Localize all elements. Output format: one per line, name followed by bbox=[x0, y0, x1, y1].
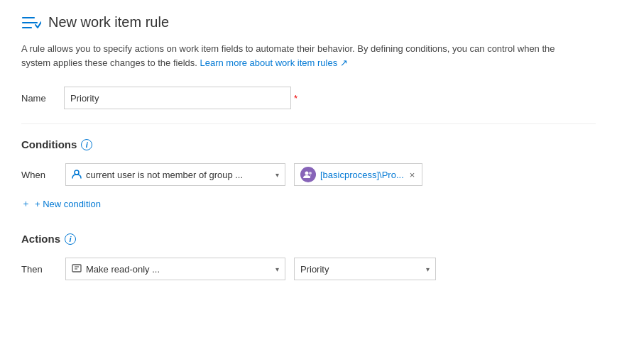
condition-dropdown-text: current user is not member of group ... bbox=[72, 169, 271, 181]
group-chip: [basicprocess]\Pro... × bbox=[294, 163, 422, 186]
readonly-icon bbox=[72, 264, 82, 275]
page-description: A rule allows you to specify actions on … bbox=[21, 42, 596, 70]
when-label: When bbox=[21, 170, 57, 180]
plus-icon: ＋ bbox=[21, 197, 31, 210]
field-dropdown[interactable]: Priority ▾ bbox=[294, 258, 436, 280]
name-input[interactable] bbox=[64, 87, 291, 109]
actions-info-icon[interactable]: i bbox=[65, 233, 76, 245]
actions-section: Actions i Then Make read-only ... ▾ Prio… bbox=[21, 233, 596, 280]
page-title: New work item rule bbox=[48, 14, 169, 31]
actions-title: Actions i bbox=[21, 233, 596, 245]
field-dropdown-arrow: ▾ bbox=[426, 265, 430, 273]
conditions-title: Conditions i bbox=[21, 138, 596, 150]
then-row: Then Make read-only ... ▾ Priority ▾ bbox=[21, 258, 596, 280]
action-dropdown-arrow: ▾ bbox=[275, 265, 279, 273]
svg-point-3 bbox=[75, 170, 79, 175]
conditions-info-icon[interactable]: i bbox=[81, 139, 92, 150]
svg-point-5 bbox=[309, 172, 312, 175]
page-header: New work item rule bbox=[21, 14, 596, 31]
rule-icon bbox=[21, 15, 41, 31]
conditions-section: Conditions i When current user is not me… bbox=[21, 138, 596, 213]
field-dropdown-text: Priority bbox=[300, 264, 422, 275]
user-condition-icon bbox=[72, 169, 82, 181]
required-star: * bbox=[294, 93, 297, 104]
svg-rect-6 bbox=[72, 265, 81, 272]
learn-more-link[interactable]: Learn more about work item rules ↗ bbox=[200, 57, 348, 68]
action-dropdown[interactable]: Make read-only ... ▾ bbox=[65, 258, 285, 280]
condition-dropdown-arrow: ▾ bbox=[275, 171, 279, 179]
divider bbox=[21, 123, 596, 124]
group-label: [basicprocess]\Pro... bbox=[320, 170, 404, 180]
new-condition-button[interactable]: ＋ + New condition bbox=[21, 194, 101, 213]
action-dropdown-text: Make read-only ... bbox=[72, 264, 271, 275]
condition-dropdown[interactable]: current user is not member of group ... … bbox=[65, 163, 285, 186]
group-avatar bbox=[300, 167, 316, 182]
name-row: Name * bbox=[21, 87, 596, 109]
name-label: Name bbox=[21, 93, 64, 104]
chip-close-button[interactable]: × bbox=[408, 168, 417, 182]
when-row: When current user is not member of group… bbox=[21, 163, 596, 186]
svg-point-4 bbox=[305, 172, 309, 175]
then-label: Then bbox=[21, 264, 57, 275]
